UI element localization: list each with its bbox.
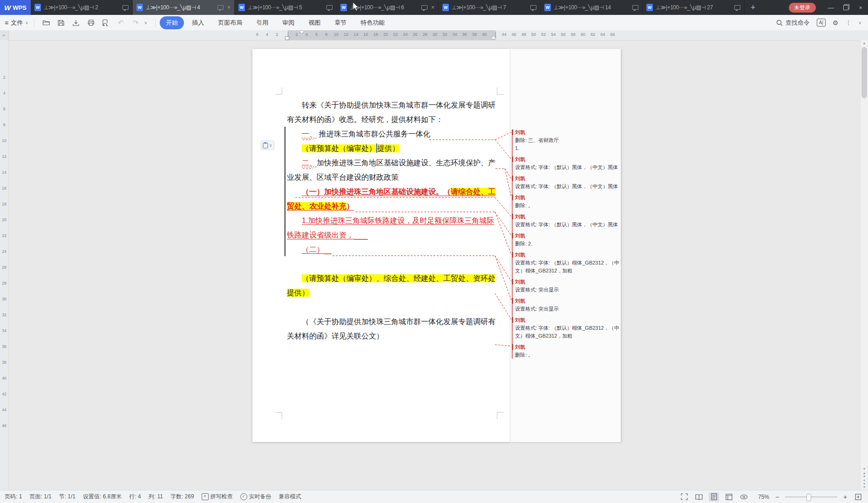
doc-line[interactable]: 二、加快推进珠三角地区基础设施建设、生态环境保护、产 bbox=[287, 156, 497, 170]
restore-button[interactable] bbox=[838, 0, 853, 15]
vertical-scrollbar[interactable]: ▲ ▼ ▲▲ ● ▼▼ bbox=[860, 40, 868, 490]
menu-item[interactable]: 开始 bbox=[160, 16, 184, 29]
doc-line[interactable] bbox=[287, 257, 497, 271]
redo-button[interactable]: ↷ bbox=[129, 17, 142, 28]
revision-comment[interactable]: 刘凯设置格式: 字体: （默认）黑体，（中文）黑体 bbox=[515, 213, 621, 229]
zoom-slider[interactable] bbox=[785, 496, 837, 497]
file-menu[interactable]: 文件 bbox=[11, 19, 23, 27]
doc-line[interactable]: 铁路建设省级出资， bbox=[287, 228, 497, 242]
doc-line[interactable]: 转来《关于协助提供加快珠三角城市群一体化发展专题调研 bbox=[287, 98, 497, 112]
doc-line[interactable]: 关材料的函》详见关联公文） bbox=[287, 329, 497, 343]
document-tab[interactable]: W⊥≫|+100⋯»_╲µ▨⊣ 2 bbox=[31, 0, 133, 15]
zoom-out-button[interactable]: − bbox=[774, 493, 780, 501]
doc-line[interactable]: （二） bbox=[287, 242, 497, 257]
minimize-button[interactable]: — bbox=[823, 0, 838, 15]
tab-close-icon[interactable]: × bbox=[226, 4, 231, 11]
document-tab[interactable]: W⊥≫|+100⋯»_╲µ▨⊣ 27 bbox=[643, 0, 745, 15]
comment-author: 刘凯 bbox=[515, 129, 621, 136]
close-button[interactable]: × bbox=[853, 0, 868, 15]
comment-author: 刘凯 bbox=[515, 232, 621, 240]
doc-line[interactable]: 贸处、农业处补充） bbox=[287, 199, 497, 213]
next-page-icon[interactable]: ▼▼ bbox=[863, 483, 866, 489]
realtime-backup-toggle[interactable]: 实时备份 bbox=[240, 493, 271, 501]
revision-comment[interactable]: 刘凯设置格式: 字体: （默认）楷体_GB2312，（中文）楷体_GB2312，… bbox=[515, 251, 621, 275]
doc-line[interactable]: （请预算处（编审处）提供） bbox=[287, 141, 497, 156]
doc-line[interactable]: （请预算处（编审处）、综合处、经建处、工贸处、资环处 bbox=[287, 271, 497, 285]
document-tab[interactable]: W⊥≫|+100⋯»_╲µ▨⊣ 7 bbox=[439, 0, 541, 15]
file-menu-chevron-icon[interactable]: ∨ bbox=[25, 20, 28, 25]
hamburger-icon[interactable]: ≡ bbox=[5, 19, 8, 27]
spell-check-toggle[interactable]: 拼写检查 bbox=[202, 493, 233, 501]
fullscreen-view-button[interactable] bbox=[679, 492, 689, 502]
document-tab[interactable]: W⊥≫|+100⋯»_╲µ▨⊣ 4× bbox=[133, 0, 235, 15]
right-indent-marker[interactable] bbox=[491, 36, 496, 39]
scrollbar-thumb[interactable] bbox=[861, 47, 867, 98]
find-command[interactable]: 查找命令 bbox=[776, 19, 810, 27]
new-tab-button[interactable]: + bbox=[745, 0, 761, 15]
document-tab[interactable]: W⊥≫|+100⋯»_╲µ▨⊣ 14 bbox=[541, 0, 643, 15]
doc-line[interactable]: 1.加快推进珠三角城际铁路建设，及时足额保障珠三角城际 bbox=[287, 213, 497, 228]
zoom-value[interactable]: 75% bbox=[753, 494, 769, 500]
fit-page-button[interactable] bbox=[853, 492, 863, 502]
scroll-up-arrow-icon[interactable]: ▲ bbox=[861, 41, 868, 45]
print-button[interactable] bbox=[85, 17, 97, 28]
undo-button[interactable]: ↶ bbox=[115, 17, 127, 28]
menu-item[interactable]: 插入 bbox=[186, 16, 210, 29]
doc-line[interactable]: 提供） bbox=[287, 285, 497, 300]
doc-line[interactable]: 业发展、区域平台建设的财政政策 bbox=[287, 170, 497, 184]
print-layout-button[interactable] bbox=[709, 492, 719, 502]
export-button[interactable] bbox=[70, 17, 82, 28]
more-options-icon[interactable]: ⋮ bbox=[845, 19, 851, 26]
document-text[interactable]: 转来《关于协助提供加快珠三角城市群一体化发展专题调研有关材料的函》收悉。经研究，… bbox=[287, 98, 497, 343]
scroll-down-arrow-icon[interactable]: ▼ bbox=[863, 468, 866, 471]
menu-item[interactable]: 引用 bbox=[250, 16, 274, 29]
menu-item[interactable]: 特色功能 bbox=[354, 16, 391, 29]
login-badge[interactable]: 未登录 bbox=[789, 3, 816, 13]
gear-icon[interactable]: ⚙ bbox=[833, 19, 839, 27]
doc-line[interactable]: （《关于协助提供加快珠三角城市群一体化发展专题调研有 bbox=[287, 314, 497, 329]
left-indent-marker[interactable] bbox=[285, 36, 289, 40]
read-layout-button[interactable] bbox=[694, 492, 704, 502]
text-run: ） bbox=[346, 202, 354, 211]
tab-label: ⊥≫|+100⋯»_╲µ▨⊣ 6 bbox=[350, 4, 419, 11]
ruler-number: 6 bbox=[256, 32, 258, 37]
menu-item[interactable]: 页面布局 bbox=[212, 16, 248, 29]
first-line-indent-marker[interactable] bbox=[299, 31, 304, 34]
doc-line[interactable]: （一）加快推进珠三角地区基础设施建设。（请综合处、工 bbox=[287, 184, 497, 199]
document-tab[interactable]: W⊥≫|+100⋯»_╲µ▨⊣ 5 bbox=[235, 0, 337, 15]
paste-options-button[interactable]: ∨ bbox=[261, 141, 274, 150]
doc-line[interactable]: 一、 推进珠三角城市群公共服务一体化 bbox=[287, 127, 497, 141]
menu-item[interactable]: 视图 bbox=[302, 16, 326, 29]
revision-comment[interactable]: 刘凯删除: 。 bbox=[515, 343, 621, 359]
revision-comment[interactable]: 刘凯设置格式: 突出显示 bbox=[515, 278, 621, 294]
revision-comment[interactable]: 刘凯删除: 。 bbox=[515, 194, 621, 210]
tab-close-icon[interactable]: × bbox=[430, 4, 434, 11]
menu-item[interactable]: 章节 bbox=[328, 16, 353, 29]
collapse-ribbon-chevron-icon[interactable]: ∨ bbox=[858, 20, 861, 25]
edit-mode-icon[interactable]: A| bbox=[817, 19, 826, 27]
eye-protect-button[interactable] bbox=[739, 492, 749, 502]
comment-body: 删除: 三、省财政厅 1. bbox=[515, 136, 621, 152]
revision-comment[interactable]: 刘凯删除: 三、省财政厅 1. bbox=[515, 129, 621, 152]
menu-item[interactable]: 审阅 bbox=[276, 16, 300, 29]
toolbar-more-chevron-icon[interactable]: ∨ bbox=[144, 20, 148, 25]
revision-comment[interactable]: 刘凯设置格式: 字体: （默认）黑体，（中文）黑体 bbox=[515, 156, 621, 171]
tab-stop-selector[interactable]: ⌐ bbox=[0, 30, 9, 41]
doc-line[interactable] bbox=[287, 300, 497, 314]
wps-logo[interactable]: W WPS bbox=[0, 0, 31, 15]
previous-page-icon[interactable]: ▲▲ bbox=[863, 472, 866, 478]
document-tab[interactable]: W⊥≫|+100⋯»_╲µ▨⊣ 6× bbox=[337, 0, 439, 15]
doc-line[interactable]: 有关材料的函》收悉。经研究，提供材料如下： bbox=[287, 112, 497, 127]
save-button[interactable] bbox=[55, 17, 68, 28]
revision-comment[interactable]: 刘凯设置格式: 字体: （默认）楷体_GB2312，（中文）楷体_GB2312，… bbox=[515, 316, 621, 340]
ruler-number: 12 bbox=[344, 32, 348, 37]
zoom-slider-thumb[interactable] bbox=[807, 494, 811, 501]
revision-comment[interactable]: 刘凯设置格式: 突出显示 bbox=[515, 297, 621, 313]
open-button[interactable] bbox=[40, 17, 53, 28]
browse-object-icon[interactable]: ● bbox=[863, 479, 865, 482]
web-layout-button[interactable] bbox=[724, 492, 734, 502]
zoom-in-button[interactable]: + bbox=[842, 493, 848, 501]
revision-comment[interactable]: 刘凯删除: 2. bbox=[515, 232, 621, 248]
revision-comment[interactable]: 刘凯设置格式: 字体: （默认）黑体，（中文）黑体 bbox=[515, 175, 621, 190]
print-preview-button[interactable] bbox=[100, 17, 112, 28]
